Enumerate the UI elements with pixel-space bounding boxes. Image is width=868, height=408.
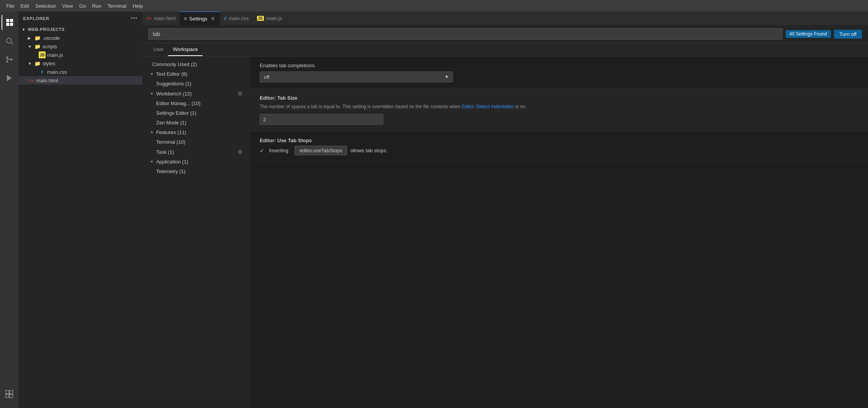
tree-item-scripts[interactable]: ▼ 📁 scripts: [19, 42, 142, 51]
tab-user[interactable]: User: [148, 43, 168, 56]
use-tab-stops-checkmark: ✓: [260, 148, 266, 154]
nav-features[interactable]: ▼ Features (11): [142, 128, 250, 137]
sidebar-title: EXPLORER: [23, 16, 49, 21]
html-file-icon: <>: [28, 77, 35, 84]
sidebar: EXPLORER ··· ▼ WEB-PROJECTS ▶ 📁 .vscode …: [19, 12, 142, 408]
root-label: WEB-PROJECTS: [28, 27, 65, 32]
nav-text-editor[interactable]: ▼ Text Editor (8): [142, 69, 250, 79]
tab-mainjs[interactable]: JS main.js: [253, 12, 286, 25]
use-tab-stops-checkbox-row: ✓ Inserting editor.useTabStops ollows ta…: [260, 146, 859, 155]
menu-go[interactable]: Go: [76, 2, 89, 10]
nav-telemetry[interactable]: Telemetry (1): [142, 167, 250, 176]
tree-root-folder[interactable]: ▼ WEB-PROJECTS: [19, 25, 142, 34]
sidebar-more-button[interactable]: ···: [131, 14, 138, 22]
nav-task-gear-icon[interactable]: ⚙: [238, 149, 243, 155]
explorer-activity-icon[interactable]: [2, 15, 17, 30]
tabs-bar: <> main.html ≡ Settings ✕ # main.css JS …: [142, 12, 868, 25]
activity-bar: [0, 12, 19, 408]
extensions-activity-icon[interactable]: [2, 386, 17, 402]
css-file-icon: #: [39, 68, 46, 75]
setting-tab-completions: Enables tab completions. off on onlySnip…: [250, 56, 868, 89]
source-control-activity-icon[interactable]: [2, 52, 17, 67]
nav-application-label: Application (1): [156, 159, 188, 165]
svg-rect-1: [10, 19, 13, 22]
svg-point-7: [7, 61, 8, 63]
menu-help[interactable]: Help: [129, 2, 146, 10]
menu-run[interactable]: Run: [89, 2, 104, 10]
nav-settings-editor-label: Settings Editor (1): [156, 110, 196, 116]
nav-workbench[interactable]: ▼ Workbench (12) ⚙: [142, 88, 250, 99]
search-activity-icon[interactable]: [2, 33, 17, 49]
svg-marker-9: [7, 75, 12, 82]
tab-mainhtml[interactable]: <> main.html: [142, 12, 180, 25]
nav-workbench-arrow: ▼: [150, 92, 154, 96]
tree-item-maincss[interactable]: # main.css: [19, 68, 142, 76]
nav-application[interactable]: ▼ Application (1): [142, 157, 250, 167]
mainjs-label: main.js: [47, 52, 63, 58]
use-tab-stops-title: Editor: Use Tab Stops: [260, 138, 859, 143]
tab-settings-close[interactable]: ✕: [210, 15, 216, 22]
tab-html-icon: <>: [146, 16, 151, 21]
detect-indentation-link[interactable]: Editor: Detect Indentation: [462, 104, 514, 109]
menu-file[interactable]: File: [3, 2, 17, 10]
svg-rect-12: [6, 394, 9, 398]
tab-completions-select[interactable]: off on onlySnippets: [260, 71, 453, 82]
tree-item-mainhtml[interactable]: <> main.html: [19, 76, 142, 85]
run-activity-icon[interactable]: [2, 70, 17, 86]
scripts-label: scripts: [43, 44, 57, 49]
nav-task[interactable]: Task (1) ⚙: [142, 147, 250, 157]
root-arrow: ▼: [22, 27, 28, 32]
use-tab-stops-desc-pre: Inserting: [269, 148, 288, 153]
tab-css-icon: #: [224, 16, 227, 21]
scripts-folder-icon: 📁: [34, 43, 41, 50]
nav-commonly-used[interactable]: Commonly Used (2): [142, 60, 250, 69]
nav-zen-mode[interactable]: Zen Mode (1): [142, 118, 250, 128]
use-tab-stops-tooltip: editor.useTabStops: [294, 146, 347, 155]
tab-workspace[interactable]: Workspace: [168, 43, 203, 56]
nav-workbench-gear-icon[interactable]: ⚙: [238, 90, 243, 97]
tab-maincss[interactable]: # main.css: [220, 12, 253, 25]
use-tab-stops-desc-post: ollows tab stops.: [350, 148, 387, 153]
mainhtml-label: main.html: [36, 78, 58, 83]
nav-settings-editor[interactable]: Settings Editor (1): [142, 108, 250, 118]
vscode-arrow: ▶: [28, 36, 34, 40]
vscode-folder-icon: 📁: [34, 34, 41, 41]
tree-item-styles[interactable]: ▼ 📁 styles: [19, 59, 142, 68]
nav-zen-mode-label: Zen Mode (1): [156, 120, 186, 126]
nav-editor-manager-label: Editor Manag... (10): [156, 100, 201, 106]
menubar: File Edit Selection View Go Run Terminal…: [0, 0, 868, 12]
svg-rect-0: [6, 19, 9, 22]
nav-editor-manager[interactable]: Editor Manag... (10): [142, 99, 250, 108]
nav-terminal[interactable]: Terminal (10): [142, 137, 250, 147]
tree-item-mainjs[interactable]: JS main.js: [19, 51, 142, 59]
maincss-label: main.css: [47, 69, 67, 75]
menu-selection[interactable]: Selection: [32, 2, 59, 10]
tree-item-vscode[interactable]: ▶ 📁 .vscode: [19, 34, 142, 42]
tab-settings-icon: ≡: [184, 15, 187, 22]
tab-settings[interactable]: ≡ Settings ✕: [180, 12, 220, 25]
settings-search-input[interactable]: [148, 28, 783, 40]
settings-count-badge: 40 Settings Found: [786, 30, 831, 38]
menu-view[interactable]: View: [59, 2, 76, 10]
svg-point-6: [7, 57, 8, 58]
nav-terminal-label: Terminal (10): [156, 139, 186, 145]
sidebar-tree: ▼ WEB-PROJECTS ▶ 📁 .vscode ▼ 📁 scripts J…: [19, 25, 142, 408]
turn-off-button[interactable]: Turn off: [834, 30, 862, 39]
nav-suggestions-label: Suggestions (1): [156, 81, 191, 87]
settings-content: Enables tab completions. off on onlySnip…: [250, 56, 868, 408]
nav-task-label: Task (1): [156, 149, 174, 155]
styles-arrow: ▼: [28, 61, 34, 66]
settings-panel: 40 Settings Found Turn off User Workspac…: [142, 25, 868, 408]
tab-mainjs-label: main.js: [266, 15, 282, 21]
tab-completions-dropdown-wrapper: off on onlySnippets ▼: [260, 71, 453, 82]
setting-tab-size: Editor: Tab Size The number of spaces a …: [250, 89, 868, 131]
styles-label: styles: [43, 61, 55, 66]
styles-folder-icon: 📁: [34, 60, 41, 67]
tab-size-input[interactable]: [260, 114, 383, 125]
menu-terminal[interactable]: Terminal: [104, 2, 129, 10]
nav-workbench-label: Workbench (12): [156, 91, 192, 97]
nav-suggestions[interactable]: Suggestions (1): [142, 79, 250, 88]
tab-completions-desc: Enables tab completions.: [260, 63, 859, 68]
menu-edit[interactable]: Edit: [17, 2, 32, 10]
settings-nav: Commonly Used (2) ▼ Text Editor (8) Sugg…: [142, 56, 250, 408]
